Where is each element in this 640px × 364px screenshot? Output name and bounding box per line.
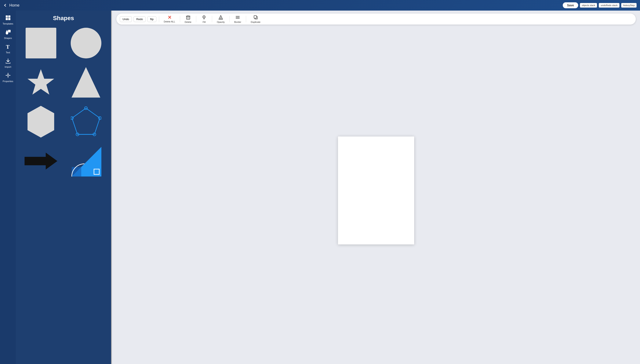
shape-square <box>26 28 56 58</box>
delete-all-icon: ✕ <box>168 15 172 20</box>
shapes-grid <box>16 25 111 182</box>
undo-button[interactable]: Undo <box>120 16 132 22</box>
toolbar-divider-4 <box>212 16 212 22</box>
toolbar-divider-3 <box>196 16 196 22</box>
import-icon <box>5 58 11 65</box>
svg-rect-5 <box>8 30 10 32</box>
svg-marker-11 <box>72 67 100 98</box>
svg-rect-1 <box>8 16 10 18</box>
shape-cell-circle[interactable] <box>65 25 107 61</box>
svg-marker-12 <box>28 106 54 138</box>
border-icon <box>235 15 240 20</box>
delete-label: Delete <box>185 21 192 23</box>
border-label: Border <box>234 21 241 23</box>
back-button[interactable] <box>4 4 7 7</box>
flip-button[interactable]: flip <box>147 16 156 22</box>
svg-rect-2 <box>6 18 8 20</box>
toolbar-divider-1 <box>159 16 159 22</box>
shapes-icon <box>5 29 11 36</box>
home-label: Home <box>9 3 20 8</box>
shapes-panel-title: Shapes <box>16 10 111 25</box>
svg-rect-22 <box>72 167 81 176</box>
duplicate-action[interactable]: Duplicate <box>249 14 263 24</box>
toolbar-divider-6 <box>246 16 246 22</box>
shape-cell-arrow[interactable] <box>20 143 62 179</box>
panel-divider <box>111 10 112 182</box>
fill-label: Fill <box>202 21 206 23</box>
svg-marker-20 <box>24 152 57 170</box>
sidebar-item-import[interactable]: Import <box>1 56 16 70</box>
svg-marker-13 <box>72 108 100 134</box>
header: Home Save objects stack undoRedo stack h… <box>0 0 320 10</box>
delete-all-label: Delete ALL <box>164 20 175 23</box>
delete-all-action[interactable]: ✕ Delete ALL <box>162 14 177 24</box>
sidebar-item-templates[interactable]: Templates <box>1 13 16 27</box>
shape-cell-triangle[interactable] <box>65 64 107 100</box>
border-action[interactable]: Border <box>232 14 244 24</box>
svg-point-31 <box>204 16 204 17</box>
text-icon: T <box>5 44 11 50</box>
svg-rect-3 <box>8 18 10 20</box>
sidebar-item-import-label: Import <box>5 66 11 68</box>
delete-action[interactable]: Delete <box>183 14 194 24</box>
shape-cell-pentagon[interactable] <box>65 104 107 140</box>
canvas-area[interactable] <box>112 10 320 182</box>
svg-rect-38 <box>254 16 256 18</box>
fill-icon <box>202 15 206 20</box>
sidebar-item-properties[interactable]: Properties <box>1 71 16 84</box>
fill-action[interactable]: Fill <box>199 14 209 24</box>
svg-rect-24 <box>186 16 190 19</box>
duplicate-label: Duplicate <box>251 21 260 23</box>
properties-icon <box>5 72 11 79</box>
duplicate-icon <box>253 15 258 20</box>
toolbar-divider-5 <box>230 16 230 22</box>
shape-circle <box>71 28 102 58</box>
opacity-label: Opacity <box>217 21 224 23</box>
delete-icon <box>186 15 190 20</box>
svg-marker-6 <box>6 30 8 32</box>
toolbar: Undo Redo flip ✕ Delete ALL Delete <box>116 14 320 24</box>
templates-icon <box>5 15 11 22</box>
shape-cell-hexagon[interactable] <box>20 104 62 140</box>
shape-cell-star[interactable] <box>20 64 62 100</box>
svg-rect-0 <box>6 16 8 18</box>
sidebar-item-text[interactable]: T Text <box>1 42 16 56</box>
sidebar-item-shapes-label: Shapes <box>4 37 12 39</box>
shape-cell-right-triangle[interactable] <box>65 143 107 179</box>
sidebar-item-properties-label: Properties <box>2 80 13 82</box>
header-left: Home <box>4 3 20 8</box>
svg-marker-10 <box>28 69 54 94</box>
sidebar: Templates Shapes T Text Import <box>0 10 16 182</box>
redo-button[interactable]: Redo <box>134 16 146 22</box>
sidebar-item-templates-label: Templates <box>2 22 13 25</box>
shape-cell-square[interactable] <box>20 25 62 61</box>
shapes-panel: Shapes <box>16 10 111 182</box>
sidebar-item-text-label: Text <box>6 51 10 54</box>
sidebar-item-shapes[interactable]: Shapes <box>1 28 16 41</box>
opacity-action[interactable]: Opacity <box>214 14 227 24</box>
svg-marker-9 <box>8 73 8 74</box>
opacity-icon <box>218 15 223 20</box>
svg-text:T: T <box>6 44 10 50</box>
svg-point-8 <box>7 74 9 76</box>
